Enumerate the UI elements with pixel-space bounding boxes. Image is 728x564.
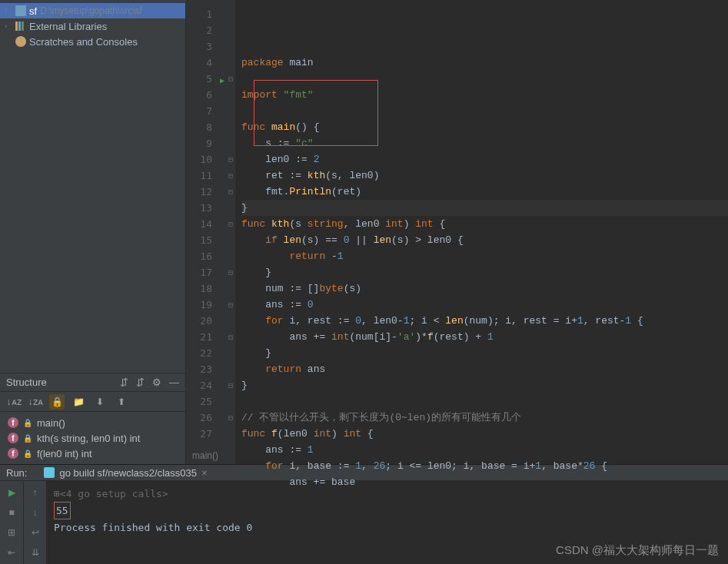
run-tab-label: go build sf/newclass2/class035 <box>59 467 197 479</box>
project-root[interactable]: › sf D:\mysetup\gopath\src\sf <box>0 3 185 18</box>
close-icon[interactable]: × <box>201 467 208 479</box>
function-icon: f <box>8 448 18 459</box>
run-tab[interactable]: go build sf/newclass2/class035 × <box>39 466 211 480</box>
scratches-label: Scratches and Consoles <box>29 36 138 48</box>
left-panel: › sf D:\mysetup\gopath\src\sf › External… <box>0 0 186 464</box>
run-sidebar: ↑ ↓ ↩ ⇊ <box>23 481 46 564</box>
line-gutter[interactable]: 1234567891011121314151617181920212223242… <box>186 0 226 464</box>
down-icon[interactable]: ↓ <box>27 504 44 521</box>
setup-calls: <4 go setup calls> <box>60 488 168 499</box>
library-icon <box>15 22 26 31</box>
watermark: CSDN @福大大架构师每日一题 <box>556 543 719 558</box>
function-icon: f <box>8 433 18 443</box>
autoscroll-from-icon[interactable]: ⬆ <box>114 394 129 410</box>
code-editor[interactable]: 1234567891011121314151617181920212223242… <box>186 0 728 464</box>
function-icon: f <box>8 417 18 428</box>
structure-item-label: main() <box>37 417 65 429</box>
run-label: Run: <box>6 467 27 479</box>
structure-items: f🔒main()f🔒kth(s string, len0 int) intf🔒f… <box>0 412 185 464</box>
folder-icon <box>15 5 26 16</box>
project-root-label: sf <box>29 5 37 17</box>
external-libraries[interactable]: › External Libraries <box>0 18 185 34</box>
show-folder-icon[interactable]: 📁 <box>71 394 86 410</box>
structure-item[interactable]: f🔒main() <box>0 415 185 430</box>
layout-icon[interactable]: ⊞ <box>3 524 20 541</box>
stop-icon[interactable]: ■ <box>3 504 20 521</box>
structure-title: Structure <box>6 377 47 388</box>
structure-header: Structure ⇵ ⇵ ⚙ — <box>0 373 185 392</box>
expand-icon[interactable]: ⇵ <box>120 377 128 388</box>
output-value: 55 <box>54 502 71 519</box>
go-icon <box>44 467 55 478</box>
code-content[interactable]: package mainimport "fmt"func main() { s … <box>235 0 728 464</box>
lock-icon: 🔒 <box>23 419 32 427</box>
structure-item[interactable]: f🔒f(len0 int) int <box>0 446 185 461</box>
structure-toolbar: ↓ᴀᴢ ↓ᴢᴀ 🔒 📁 ⬇ ⬆ <box>0 392 185 412</box>
run-toolbar: ▶ ■ ⊞ ⇤ <box>0 481 23 564</box>
structure-item-label: kth(s string, len0 int) int <box>37 433 140 444</box>
scratches-consoles[interactable]: Scratches and Consoles <box>0 34 185 49</box>
lock-icon: 🔒 <box>23 434 32 443</box>
structure-item-label: f(len0 int) int <box>37 448 92 459</box>
structure-item[interactable]: f🔒kth(s string, len0 int) int <box>0 430 185 446</box>
settings-gear-icon[interactable]: ⚙ <box>152 377 161 388</box>
project-root-path: D:\mysetup\gopath\src\sf <box>40 5 142 16</box>
rerun-icon[interactable]: ▶ <box>3 484 20 501</box>
exit-message: Process finished with exit code 0 <box>54 519 720 536</box>
external-libs-label: External Libraries <box>29 21 107 32</box>
chevron-right-icon[interactable]: › <box>5 7 12 15</box>
minimize-icon[interactable]: — <box>169 377 179 388</box>
structure-panel: Structure ⇵ ⇵ ⚙ — ↓ᴀᴢ ↓ᴢᴀ 🔒 📁 ⬇ ⬆ f🔒main… <box>0 373 185 464</box>
collapse-icon[interactable]: ⇵ <box>136 377 145 388</box>
sort-visibility-icon[interactable]: ↓ᴢᴀ <box>28 394 43 410</box>
autoscroll-source-icon[interactable]: ⬇ <box>92 394 108 410</box>
show-fields-icon[interactable]: 🔒 <box>49 394 65 410</box>
up-icon[interactable]: ↑ <box>27 484 44 501</box>
sort-alpha-icon[interactable]: ↓ᴀᴢ <box>6 394 22 410</box>
exit-icon[interactable]: ⇤ <box>3 544 20 561</box>
scratches-icon <box>15 36 26 47</box>
cursor-context: main() <box>192 450 218 461</box>
fold-column[interactable]: ⊟⊟⊟⊟⊟⊟⊟⊟⊟⊟ <box>226 0 235 464</box>
lock-icon: 🔒 <box>23 450 32 458</box>
scroll-end-icon[interactable]: ⇊ <box>27 544 44 561</box>
soft-wrap-icon[interactable]: ↩ <box>27 524 44 541</box>
chevron-right-icon[interactable]: › <box>5 22 12 30</box>
project-tree[interactable]: › sf D:\mysetup\gopath\src\sf › External… <box>0 0 185 373</box>
